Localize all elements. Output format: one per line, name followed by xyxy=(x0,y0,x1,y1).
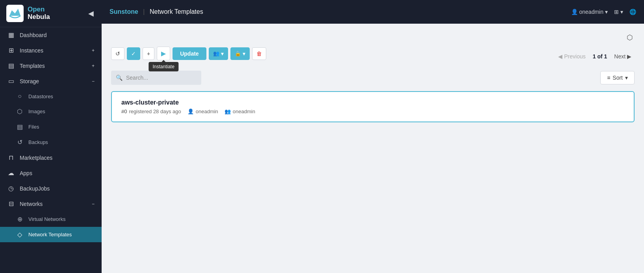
share-icon: 👥 xyxy=(213,50,219,56)
sidebar-collapse-button[interactable]: ◀ xyxy=(87,7,95,19)
sidebar: Open Nebula ◀ ▦ Dashboard ⊞ Instances + … xyxy=(0,0,102,273)
sidebar-label-apps: Apps xyxy=(20,170,32,176)
share-button[interactable]: 👥 ▾ xyxy=(209,47,228,60)
topbar-sunstone: Sunstone xyxy=(109,8,138,15)
sidebar-label-backupjobs: BackupJobs xyxy=(20,185,50,192)
pagination: ◀ Previous 1 of 1 Next ▶ xyxy=(555,52,635,61)
user-menu-button[interactable]: 👤 oneadmin ▾ xyxy=(571,9,608,15)
sidebar-label-templates: Templates xyxy=(20,63,45,69)
play-icon: ▶ xyxy=(161,50,166,57)
share-chevron-icon: ▾ xyxy=(221,50,224,57)
templates-expand-icon: + xyxy=(92,63,95,69)
instantiate-button[interactable]: ▶ xyxy=(157,47,170,60)
sidebar-label-instances: Instances xyxy=(20,47,43,54)
refresh-icon: ↺ xyxy=(115,50,120,57)
lock-button[interactable]: 🔒 ▾ xyxy=(230,47,250,60)
add-icon: + xyxy=(147,50,150,57)
sidebar-item-instances[interactable]: ⊞ Instances + xyxy=(0,43,102,58)
network-templates-icon: ◇ xyxy=(16,231,24,238)
delete-icon: 🗑 xyxy=(256,50,262,57)
page-info: 1 of 1 xyxy=(593,53,607,60)
next-label: Next ▶ xyxy=(614,53,631,60)
sidebar-item-files[interactable]: ▤ Files xyxy=(0,119,102,135)
card-title: aws-cluster-private xyxy=(121,99,624,106)
layout-icon: ⊞ xyxy=(614,9,619,15)
main-area: Sunstone | Network Templates 👤 oneadmin … xyxy=(102,0,644,273)
card-id-registered: #0 registered 28 days ago xyxy=(121,108,181,114)
sidebar-label-virtual-networks: Virtual Networks xyxy=(28,216,65,222)
external-link-icon: ⬡ xyxy=(627,34,633,41)
topbar: Sunstone | Network Templates 👤 oneadmin … xyxy=(102,0,644,24)
toolbar-pagination-row: ↺ ✓ + ▶ Instantiate xyxy=(111,47,635,66)
backupjobs-icon: ◷ xyxy=(7,185,15,192)
sort-chevron-icon: ▾ xyxy=(625,75,628,81)
search-wrapper: 🔍 xyxy=(111,71,596,85)
content-top-row: ⬡ xyxy=(111,32,635,43)
sidebar-item-templates[interactable]: ▤ Templates + xyxy=(0,58,102,73)
sidebar-label-marketplaces: Marketplaces xyxy=(20,155,52,161)
card-meta: #0 registered 28 days ago 👤 oneadmin 👥 o… xyxy=(121,108,624,114)
card-owner: oneadmin xyxy=(196,108,218,114)
sidebar-label-storage: Storage xyxy=(20,78,39,84)
sidebar-item-network-templates[interactable]: ◇ Network Templates xyxy=(0,227,102,242)
language-button[interactable]: 🌐 xyxy=(629,9,636,15)
sort-icon: ≡ xyxy=(607,75,610,81)
network-template-card[interactable]: aws-cluster-private #0 registered 28 day… xyxy=(111,91,635,122)
refresh-button[interactable]: ↺ xyxy=(111,47,124,60)
sidebar-label-networks: Networks xyxy=(20,201,43,207)
card-group: oneadmin xyxy=(233,108,255,114)
toolbar: ↺ ✓ + ▶ Instantiate xyxy=(111,47,266,60)
topbar-separator: | xyxy=(143,8,147,15)
sidebar-item-backupjobs[interactable]: ◷ BackupJobs xyxy=(0,181,102,196)
sidebar-item-storage[interactable]: ▭ Storage − xyxy=(0,73,102,89)
sidebar-item-apps[interactable]: ☁ Apps xyxy=(0,165,102,181)
layout-toggle-button[interactable]: ⊞ ▾ xyxy=(614,9,623,15)
add-button[interactable]: + xyxy=(143,47,154,60)
sidebar-item-datastores[interactable]: ○ Datastores xyxy=(0,89,102,104)
lock-chevron-icon: ▾ xyxy=(243,50,245,57)
sidebar-item-marketplaces[interactable]: ⊓ Marketplaces xyxy=(0,150,102,165)
content-area: ⬡ ↺ ✓ + ▶ xyxy=(102,24,644,273)
backups-icon: ↺ xyxy=(16,138,24,146)
delete-button[interactable]: 🗑 xyxy=(252,47,266,60)
update-button[interactable]: Update xyxy=(173,47,206,60)
sidebar-label-images: Images xyxy=(28,108,45,114)
sidebar-label-network-templates: Network Templates xyxy=(28,232,72,237)
templates-icon: ▤ xyxy=(7,62,15,69)
apps-icon: ☁ xyxy=(7,169,15,177)
instantiate-tooltip: Instantiate xyxy=(149,62,178,71)
next-button[interactable]: Next ▶ xyxy=(611,52,635,61)
update-label: Update xyxy=(180,50,199,57)
virtual-networks-icon: ⊕ xyxy=(16,215,24,223)
search-input[interactable] xyxy=(111,71,201,85)
networks-expand-icon: − xyxy=(92,201,95,207)
sidebar-item-backups[interactable]: ↺ Backups xyxy=(0,135,102,150)
sidebar-item-networks[interactable]: ⊟ Networks − xyxy=(0,196,102,211)
select-all-button[interactable]: ✓ xyxy=(127,47,140,60)
dashboard-icon: ▦ xyxy=(7,31,15,39)
sidebar-item-images[interactable]: ⬡ Images xyxy=(0,104,102,119)
logo-text: Open Nebula xyxy=(28,6,50,21)
sidebar-label-dashboard: Dashboard xyxy=(20,32,47,38)
images-icon: ⬡ xyxy=(16,108,24,115)
instantiate-container: ▶ Instantiate xyxy=(157,47,170,60)
sidebar-item-virtual-networks[interactable]: ⊕ Virtual Networks xyxy=(0,211,102,227)
card-id: #0 xyxy=(121,108,127,114)
instances-icon: ⊞ xyxy=(7,47,15,54)
user-icon: 👤 xyxy=(571,9,578,15)
sort-button[interactable]: ≡ Sort ▾ xyxy=(600,71,635,84)
topbar-right: 👤 oneadmin ▾ ⊞ ▾ 🌐 xyxy=(571,9,637,15)
layout-chevron-icon: ▾ xyxy=(620,9,623,15)
sort-label: Sort xyxy=(612,75,623,81)
previous-label: ◀ Previous xyxy=(558,53,585,60)
topbar-title: Sunstone | Network Templates xyxy=(109,8,203,15)
external-link-button[interactable]: ⬡ xyxy=(625,32,635,43)
sidebar-item-dashboard[interactable]: ▦ Dashboard xyxy=(0,27,102,43)
sidebar-logo: Open Nebula ◀ xyxy=(0,0,102,27)
checkmark-icon: ✓ xyxy=(131,50,136,57)
card-group-item: 👥 oneadmin xyxy=(225,108,255,114)
globe-icon: 🌐 xyxy=(629,9,636,15)
sidebar-label-files: Files xyxy=(28,124,39,130)
previous-button[interactable]: ◀ Previous xyxy=(555,52,588,61)
owner-icon: 👤 xyxy=(187,108,194,114)
